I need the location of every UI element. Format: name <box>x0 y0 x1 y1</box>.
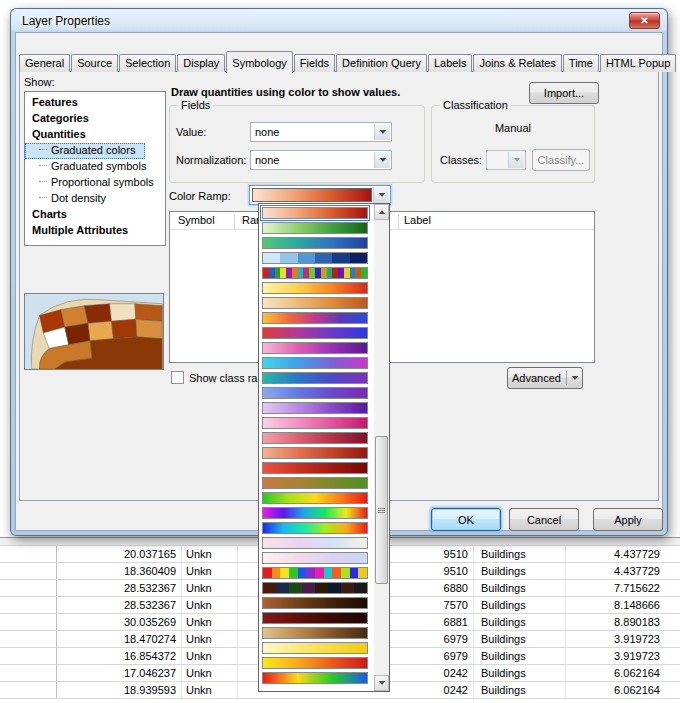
color-ramp-popup <box>258 203 390 692</box>
ok-button[interactable]: OK <box>431 508 501 531</box>
ramp-gradient <box>262 507 368 519</box>
color-ramp-option-orange-to-blue-sunset[interactable] <box>262 312 368 324</box>
color-ramp-option-light-to-dark-green[interactable] <box>262 222 368 234</box>
tab-general[interactable]: General <box>19 54 70 72</box>
classification-group-title: Classification <box>440 99 511 111</box>
color-ramp-option-pastel-mixed[interactable] <box>262 552 368 564</box>
color-ramp-option-lavender-to-purple[interactable] <box>262 402 368 414</box>
color-ramp-popup-list <box>259 204 374 691</box>
scrollbar-thumb[interactable] <box>375 436 388 584</box>
color-ramp-dropdown[interactable] <box>249 185 391 205</box>
classes-dropdown-button[interactable] <box>508 152 524 168</box>
table-cell: 18.360409 <box>57 563 182 579</box>
color-ramp-option-dark-color-stripes[interactable] <box>262 582 368 594</box>
ramp-gradient <box>262 372 368 384</box>
show-tree-item-dot-density[interactable]: Dot density <box>25 191 165 207</box>
color-ramp-option-red-yellow-green-blue[interactable] <box>262 672 368 684</box>
color-ramp-option-blue-to-red-spectrum[interactable] <box>262 522 368 534</box>
color-ramp-option-cyan-to-magenta[interactable] <box>262 357 368 369</box>
show-tree-item-charts[interactable]: Charts <box>25 207 165 223</box>
tab-joins-relates[interactable]: Joins & Relates <box>473 54 561 72</box>
normalization-dropdown[interactable]: none <box>250 150 392 170</box>
ramp-gradient <box>262 312 368 324</box>
color-ramp-option-red-to-blue[interactable] <box>262 327 368 339</box>
color-ramp-option-pink-to-dark-purple[interactable] <box>262 342 368 354</box>
color-ramp-option-light-yellow[interactable] <box>262 642 368 654</box>
tab-symbology[interactable]: Symbology <box>226 51 292 73</box>
chevron-down-icon <box>380 158 386 162</box>
color-ramp-option-bright-color-stripes[interactable] <box>262 567 368 579</box>
color-ramp-option-brown-to-black[interactable] <box>262 597 368 609</box>
table-cell: Unkn <box>182 563 238 579</box>
color-ramp-option-green-to-blue[interactable] <box>262 237 368 249</box>
show-tree-item-features[interactable]: Features <box>25 95 165 111</box>
color-ramp-option-white-to-dark-red[interactable] <box>262 207 368 219</box>
color-ramp-combo-swatch <box>252 188 372 202</box>
close-button[interactable]: ✕ <box>629 12 660 29</box>
advanced-button[interactable]: Advanced <box>507 367 583 389</box>
color-ramp-label: Color Ramp: <box>169 190 231 202</box>
tab-selection[interactable]: Selection <box>119 54 176 72</box>
show-tree-item-graduated-symbols[interactable]: Graduated symbols <box>25 159 165 175</box>
color-ramp-option-teal-to-purple[interactable] <box>262 372 368 384</box>
cancel-button[interactable]: Cancel <box>509 508 579 531</box>
show-tree-item-multiple-attributes[interactable]: Multiple Attributes <box>25 223 165 239</box>
value-dropdown[interactable]: none <box>250 122 392 142</box>
tab-display[interactable]: Display <box>177 54 225 72</box>
color-ramp-option-blue-shades-bands[interactable] <box>262 252 368 264</box>
checkbox-box[interactable] <box>171 371 184 384</box>
scroll-down-button[interactable] <box>374 675 389 691</box>
popup-scrollbar[interactable] <box>374 204 389 691</box>
show-tree: FeaturesCategoriesQuantitiesGraduated co… <box>24 91 166 246</box>
color-ramp-option-brown-to-green[interactable] <box>262 477 368 489</box>
classes-dropdown[interactable] <box>486 150 526 170</box>
tab-source[interactable]: Source <box>71 54 118 72</box>
color-ramp-option-tan-to-brown[interactable] <box>262 297 368 309</box>
show-tree-item-categories[interactable]: Categories <box>25 111 165 127</box>
color-ramp-option-yellow-orange-red[interactable] <box>262 657 368 669</box>
tab-definition-query[interactable]: Definition Query <box>336 54 427 72</box>
color-ramp-option-yellow-to-red[interactable] <box>262 282 368 294</box>
color-ramp-option-green-yellow-red[interactable] <box>262 492 368 504</box>
value-dropdown-button[interactable] <box>374 124 390 140</box>
normalization-dropdown-button[interactable] <box>374 152 390 168</box>
color-ramp-option-rose-to-maroon[interactable] <box>262 432 368 444</box>
color-ramp-option-random-color-stripes[interactable] <box>262 267 368 279</box>
color-ramp-option-light-pink-to-magenta[interactable] <box>262 417 368 429</box>
color-ramp-option-tan-to-dark-brown[interactable] <box>262 627 368 639</box>
ramp-gradient <box>262 357 368 369</box>
label-column-header: Label <box>404 214 431 226</box>
tab-time[interactable]: Time <box>563 54 599 72</box>
color-ramp-option-red-to-black-red[interactable] <box>262 462 368 474</box>
table-cell: Buildings <box>474 648 566 664</box>
ramp-gradient <box>262 492 368 504</box>
color-ramp-dropdown-button[interactable] <box>373 187 389 203</box>
scroll-up-button[interactable] <box>374 204 389 220</box>
chevron-down-icon <box>572 376 578 380</box>
ramp-gradient <box>262 627 368 639</box>
ramp-gradient <box>262 477 368 489</box>
color-ramp-option-blue-to-violet[interactable] <box>262 387 368 399</box>
color-ramp-option-salmon-to-dark-red[interactable] <box>262 447 368 459</box>
tab-fields[interactable]: Fields <box>294 54 335 72</box>
show-tree-item-quantities[interactable]: Quantities <box>25 127 165 143</box>
table-cell <box>0 546 57 562</box>
ramp-gradient <box>262 387 368 399</box>
tab-html-popup[interactable]: HTML Popup <box>600 54 676 72</box>
color-ramp-option-full-rainbow[interactable] <box>262 507 368 519</box>
classes-label: Classes: <box>440 154 482 166</box>
color-ramp-option-pastel-pink-lavender[interactable] <box>262 537 368 549</box>
ramp-gradient <box>262 267 368 279</box>
apply-button[interactable]: Apply <box>593 508 663 531</box>
show-tree-item-graduated-colors[interactable]: Graduated colors <box>25 143 145 159</box>
show-class-checkbox[interactable]: Show class ra <box>171 371 257 384</box>
ramp-gradient <box>262 402 368 414</box>
classification-method: Manual <box>432 122 594 134</box>
import-button[interactable]: Import... <box>529 82 599 104</box>
normalization-label: Normalization: <box>176 154 246 166</box>
show-tree-item-proportional-symbols[interactable]: Proportional symbols <box>25 175 165 191</box>
table-cell: 17.046237 <box>57 665 182 681</box>
classify-button[interactable]: Classify... <box>532 149 590 171</box>
tab-labels[interactable]: Labels <box>428 54 472 72</box>
color-ramp-option-dark-red-to-black[interactable] <box>262 612 368 624</box>
